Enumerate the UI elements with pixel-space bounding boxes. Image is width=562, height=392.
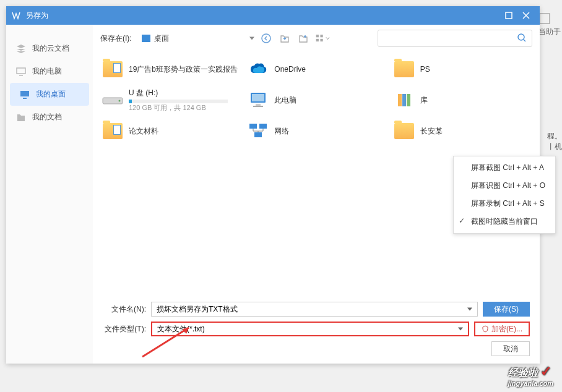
- library-icon: [393, 89, 415, 111]
- annotation-arrow: [139, 323, 195, 360]
- sidebar-item-cloud-docs[interactable]: 我的云文档: [6, 37, 93, 60]
- sidebar-item-label: 我的电脑: [32, 66, 62, 77]
- onedrive-icon: [247, 58, 269, 80]
- file-name: 此电脑: [274, 95, 296, 106]
- menu-item-label: 截图时隐藏当前窗口: [471, 217, 538, 226]
- svg-rect-21: [254, 132, 262, 137]
- location-value: 桌面: [154, 33, 169, 44]
- sidebar-item-label: 我的文档: [32, 112, 62, 122]
- watermark: 经验啦 ✓ jingyanla.com: [508, 364, 553, 387]
- search-input[interactable]: [383, 34, 517, 43]
- menu-item-record[interactable]: 屏幕录制 Ctrl + Alt + S: [454, 195, 555, 213]
- computer-icon: [16, 67, 26, 77]
- file-item-folder[interactable]: PS: [392, 54, 532, 84]
- menu-item-label: 屏幕截图 Ctrl + Alt + A: [471, 163, 544, 172]
- network-icon: [247, 120, 269, 142]
- up-folder-button[interactable]: [278, 32, 292, 45]
- svg-rect-16: [398, 94, 402, 106]
- sidebar: 我的云文档 我的电脑 我的桌面 我的文档: [6, 25, 93, 364]
- svg-rect-15: [253, 106, 263, 107]
- sidebar-item-label: 我的桌面: [36, 89, 66, 100]
- sidebar-item-computer[interactable]: 我的电脑: [6, 60, 93, 83]
- maximize-button[interactable]: [500, 7, 517, 24]
- svg-rect-8: [320, 39, 322, 41]
- back-button[interactable]: [259, 32, 273, 45]
- menu-item-label: 屏幕录制 Ctrl + Alt + S: [471, 199, 545, 208]
- location-dropdown[interactable]: 桌面: [137, 32, 254, 45]
- new-folder-button[interactable]: [296, 32, 310, 45]
- file-name: 长安某: [420, 126, 443, 137]
- svg-rect-17: [402, 94, 406, 106]
- save-button[interactable]: 保存(S): [483, 302, 530, 317]
- encrypt-label: 加密(E)...: [491, 324, 522, 334]
- folder-icon: [102, 58, 124, 80]
- file-name: U 盘 (H:): [129, 88, 228, 98]
- location-label: 保存在(I):: [100, 33, 132, 44]
- menu-item-ocr[interactable]: 屏幕识图 Ctrl + Alt + O: [454, 177, 555, 195]
- svg-rect-18: [407, 94, 410, 106]
- file-item-onedrive[interactable]: OneDrive: [246, 54, 386, 84]
- background-side-text: 程。 丨机: [547, 131, 562, 152]
- file-item-folder[interactable]: 论文材料: [100, 116, 241, 146]
- file-item-folder[interactable]: 19广告b班形势与政策一实践报告: [100, 54, 241, 84]
- svg-rect-20: [259, 124, 267, 129]
- file-name: PS: [420, 65, 430, 74]
- file-name: 网络: [274, 126, 289, 137]
- file-name: 19广告b班形势与政策一实践报告: [129, 64, 238, 75]
- file-item-user[interactable]: 长安某: [392, 116, 532, 146]
- file-item-network[interactable]: 网络: [246, 116, 386, 146]
- svg-rect-6: [320, 35, 322, 37]
- svg-rect-0: [540, 14, 550, 23]
- drive-usage-text: 120 GB 可用，共 124 GB: [129, 103, 228, 113]
- folder-icon: [102, 120, 124, 142]
- sidebar-item-documents[interactable]: 我的文档: [6, 106, 93, 129]
- filename-value: 损坏文档另存为TXT格式: [157, 304, 238, 315]
- file-item-drive[interactable]: U 盘 (H:) 120 GB 可用，共 124 GB: [100, 85, 241, 115]
- dialog-title: 另存为: [26, 11, 500, 21]
- sidebar-item-desktop[interactable]: 我的桌面: [10, 83, 89, 106]
- svg-rect-14: [256, 104, 261, 106]
- file-name: 论文材料: [129, 126, 158, 137]
- svg-line-22: [142, 328, 189, 357]
- check-icon: ✓: [459, 216, 465, 225]
- svg-rect-3: [20, 91, 29, 96]
- filename-input[interactable]: 损坏文档另存为TXT格式: [151, 302, 478, 317]
- svg-rect-2: [17, 68, 25, 74]
- svg-rect-7: [316, 39, 318, 41]
- drive-icon: [102, 89, 124, 111]
- user-folder-icon: [393, 120, 415, 142]
- file-item-library[interactable]: 库: [392, 85, 532, 115]
- titlebar: 另存为: [6, 6, 540, 25]
- desktop-small-icon: [142, 35, 150, 42]
- svg-point-9: [518, 34, 524, 40]
- shield-icon: [482, 325, 489, 333]
- view-mode-button[interactable]: [315, 32, 330, 45]
- close-button[interactable]: [517, 7, 535, 24]
- search-box[interactable]: [378, 30, 532, 47]
- search-icon: [517, 33, 527, 45]
- file-item-thispc[interactable]: 此电脑: [246, 85, 386, 115]
- documents-icon: [16, 113, 26, 122]
- menu-item-hide-window[interactable]: ✓ 截图时隐藏当前窗口: [454, 213, 555, 231]
- menu-item-label: 屏幕识图 Ctrl + Alt + O: [471, 181, 545, 190]
- filename-label: 文件名(N):: [103, 304, 146, 315]
- svg-rect-19: [249, 124, 257, 129]
- svg-rect-5: [316, 35, 318, 37]
- topbar: 保存在(I): 桌面: [93, 25, 540, 52]
- encrypt-button[interactable]: 加密(E)...: [474, 322, 530, 336]
- svg-rect-13: [252, 94, 264, 101]
- pc-icon: [247, 89, 269, 111]
- svg-point-4: [262, 34, 270, 43]
- menu-item-screenshot[interactable]: 屏幕截图 Ctrl + Alt + A: [454, 159, 555, 177]
- context-menu: 屏幕截图 Ctrl + Alt + A 屏幕识图 Ctrl + Alt + O …: [453, 156, 556, 234]
- sidebar-item-label: 我的云文档: [32, 43, 69, 54]
- file-name: 库: [420, 95, 428, 106]
- svg-point-11: [119, 100, 121, 102]
- svg-rect-1: [506, 12, 512, 19]
- app-icon: [11, 11, 21, 20]
- cancel-button[interactable]: 取消: [491, 341, 530, 356]
- file-name: OneDrive: [274, 65, 306, 74]
- cloud-doc-icon: [16, 44, 26, 54]
- filetype-dropdown[interactable]: 文本文件(*.txt): [151, 322, 469, 336]
- folder-icon: [393, 58, 415, 80]
